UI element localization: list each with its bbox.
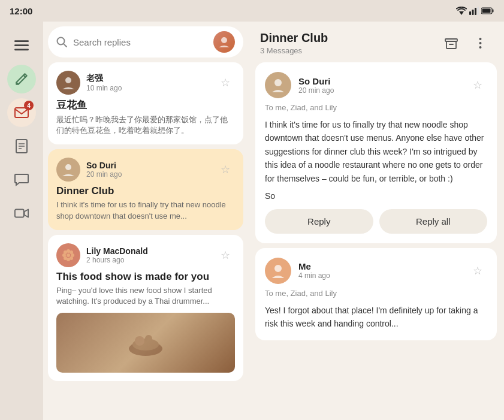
- so-duri-avatar: [265, 72, 291, 98]
- email-star[interactable]: ☆: [216, 160, 235, 179]
- msg-recipients-2: To me, Ziad, and Lily: [265, 289, 487, 298]
- message-header-1: So Duri 20 min ago ☆: [265, 72, 487, 98]
- email-time: 2 hours ago: [86, 256, 210, 264]
- status-time: 12:00: [10, 6, 32, 16]
- svg-point-30: [70, 256, 73, 260]
- msg-time-2: 4 min ago: [298, 271, 461, 280]
- msg-signature-1: So: [265, 191, 487, 201]
- email-subject: 豆花鱼: [56, 98, 235, 112]
- msg-star-2[interactable]: ☆: [468, 261, 487, 280]
- email-header: So Duri 20 min ago ☆: [56, 158, 235, 182]
- menu-button[interactable]: [7, 31, 36, 60]
- email-subject: Dinner Club: [56, 185, 235, 197]
- msg-body-2: Yes! I forgot about that place! I'm defi…: [265, 304, 487, 331]
- email-subject: This food show is made for you: [56, 271, 235, 283]
- email-time: 10 min ago: [86, 84, 210, 92]
- compose-button[interactable]: [7, 65, 36, 93]
- video-button[interactable]: [7, 199, 36, 228]
- svg-rect-1: [469, 11, 471, 15]
- email-list-panel: 老强 10 min ago ☆ 豆花鱼 最近忙吗？昨晚我去了你最爱的那家饭馆，点…: [43, 22, 248, 420]
- msg-meta-2: Me 4 min ago: [298, 261, 461, 280]
- svg-rect-36: [446, 41, 456, 49]
- svg-point-33: [135, 336, 144, 346]
- wifi-icon: [456, 7, 467, 15]
- signal-icon: [469, 7, 479, 15]
- svg-rect-16: [15, 210, 24, 217]
- user-avatar[interactable]: [213, 31, 235, 53]
- email-card-email-1[interactable]: 老强 10 min ago ☆ 豆花鱼 最近忙吗？昨晚我去了你最爱的那家饭馆，点…: [48, 62, 243, 144]
- msg-sender-1: So Duri: [298, 76, 461, 86]
- svg-rect-7: [482, 9, 491, 13]
- chat-button[interactable]: [7, 165, 36, 194]
- email-star[interactable]: ☆: [216, 246, 235, 265]
- email-header: 老强 10 min ago ☆: [56, 71, 235, 95]
- email-card-email-3[interactable]: Lily MacDonald 2 hours ago ☆ This food s…: [48, 235, 243, 381]
- msg-time-1: 20 min ago: [298, 86, 461, 95]
- svg-rect-4: [478, 7, 479, 15]
- svg-point-39: [479, 42, 481, 44]
- svg-point-21: [65, 164, 71, 170]
- thread-header: Dinner Club 3 Messages: [248, 22, 504, 62]
- search-bar: [48, 26, 243, 58]
- svg-point-42: [274, 265, 282, 272]
- message-card-2: Me 4 min ago ☆ To me, Ziad, and Lily Yes…: [255, 248, 497, 340]
- food-thumbnail: [56, 313, 235, 373]
- email-avatar: [56, 243, 80, 267]
- svg-rect-9: [14, 44, 29, 46]
- reply-button[interactable]: Reply: [265, 209, 373, 234]
- me-avatar: [265, 258, 291, 284]
- svg-point-28: [70, 250, 73, 254]
- email-meta: So Duri 20 min ago: [86, 161, 210, 179]
- msg-sender-2: Me: [298, 261, 461, 271]
- thread-panel: Dinner Club 3 Messages So Duri 20 min ag…: [248, 22, 504, 420]
- reply-all-button[interactable]: Reply all: [379, 209, 488, 234]
- email-preview: I think it's time for us to finally try …: [56, 200, 235, 221]
- svg-rect-6: [493, 10, 494, 13]
- email-header: Lily MacDonald 2 hours ago ☆: [56, 243, 235, 267]
- email-star[interactable]: ☆: [216, 73, 235, 92]
- mail-button[interactable]: 4: [7, 98, 36, 127]
- email-sender: Lily MacDonald: [86, 246, 210, 256]
- email-meta: 老强 10 min ago: [86, 73, 210, 92]
- archive-button[interactable]: [439, 31, 463, 55]
- thumb-overlay: [56, 313, 235, 373]
- svg-rect-3: [475, 8, 476, 15]
- svg-line-18: [64, 44, 67, 47]
- battery-icon: [481, 7, 494, 14]
- svg-rect-2: [472, 10, 474, 15]
- search-icon: [56, 37, 67, 47]
- email-avatar: [56, 158, 80, 182]
- thread-title: Dinner Club: [260, 31, 328, 45]
- msg-meta-1: So Duri 20 min ago: [298, 76, 461, 95]
- svg-point-20: [65, 77, 71, 83]
- svg-rect-8: [14, 40, 29, 42]
- svg-point-34: [145, 335, 152, 342]
- email-avatar: [56, 71, 80, 95]
- msg-recipients-1: To me, Ziad, and Lily: [265, 103, 487, 112]
- email-meta: Lily MacDonald 2 hours ago: [86, 246, 210, 264]
- message-card-1: So Duri 20 min ago ☆ To me, Ziad, and Li…: [255, 62, 497, 243]
- status-bar: 12:00: [0, 0, 504, 22]
- svg-rect-10: [14, 49, 29, 50]
- thread-actions: [439, 31, 492, 55]
- svg-point-22: [67, 253, 70, 257]
- email-list: 老强 10 min ago ☆ 豆花鱼 最近忙吗？昨晚我去了你最爱的那家饭馆，点…: [48, 62, 243, 386]
- msg-body-1: I think it's time for us to finally try …: [265, 118, 487, 185]
- svg-point-40: [479, 46, 481, 49]
- message-header-2: Me 4 min ago ☆: [265, 258, 487, 284]
- msg-star-1[interactable]: ☆: [468, 75, 487, 95]
- search-input[interactable]: [73, 37, 207, 47]
- left-sidebar: 4: [0, 22, 43, 420]
- email-sender: 老强: [86, 73, 210, 84]
- reply-buttons-1: Reply Reply all: [265, 209, 487, 234]
- svg-marker-0: [459, 11, 464, 15]
- more-options-button[interactable]: [468, 31, 492, 55]
- document-button[interactable]: [7, 132, 36, 161]
- thread-message-count: 3 Messages: [260, 46, 328, 55]
- email-time: 20 min ago: [86, 170, 210, 179]
- svg-point-29: [64, 256, 67, 260]
- svg-point-41: [274, 79, 282, 86]
- email-card-email-2[interactable]: So Duri 20 min ago ☆ Dinner Club I think…: [48, 149, 243, 229]
- email-preview: Ping– you'd love this new food show I st…: [56, 285, 235, 307]
- status-icons: [456, 7, 494, 15]
